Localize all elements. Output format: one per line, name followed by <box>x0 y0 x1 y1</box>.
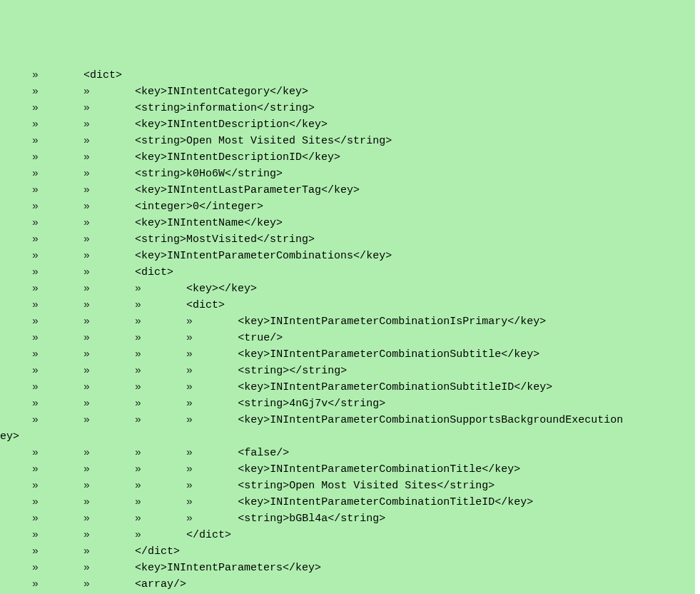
code-line: » » <key>INIntentDescription</key> <box>0 116 700 133</box>
code-line: » » » » <key>INIntentParameterCombinatio… <box>0 412 700 428</box>
code-line: » » » » <string></string> <box>0 363 700 379</box>
code-line: » » <key>INIntentLastParameterTag</key> <box>0 182 700 198</box>
code-line: » » <key>INIntentDescriptionID</key> <box>0 149 700 166</box>
code-line: » » <key>INIntentCategory</key> <box>0 84 700 100</box>
right-edge-strip <box>695 0 700 594</box>
code-line: » » <key>INIntentParameters</key> <box>0 560 700 576</box>
code-line: » » <array/> <box>0 576 700 593</box>
code-block: » <dict> » » <key>INIntentCategory</key>… <box>0 67 700 594</box>
code-line-wrap: ey> <box>0 428 700 445</box>
code-line: » » <integer>0</integer> <box>0 198 700 215</box>
code-line: » » » » <key>INIntentParameterCombinatio… <box>0 379 700 396</box>
code-line: » » » » <string>4nGj7v</string> <box>0 396 700 412</box>
code-line: » » » » <key>INIntentParameterCombinatio… <box>0 461 700 478</box>
code-line: » » » </dict> <box>0 527 700 543</box>
code-line: » » <key>INIntentName</key> <box>0 215 700 231</box>
code-line: » » <key>INIntentParameterCombinations</… <box>0 248 700 264</box>
code-line: » » » » <false/> <box>0 445 700 461</box>
code-line: » » <string>k0Ho6W</string> <box>0 166 700 182</box>
code-line: » » » » <key>INIntentParameterCombinatio… <box>0 346 700 363</box>
code-line: » » » » <true/> <box>0 330 700 346</box>
code-line: » » » » <string>Open Most Visited Sites<… <box>0 478 700 494</box>
code-line: » » <string>MostVisited</string> <box>0 231 700 248</box>
code-line: » <dict> <box>0 67 700 84</box>
code-line: » » » » <string>bGBl4a</string> <box>0 510 700 527</box>
code-line: » » <string>Open Most Visited Sites</str… <box>0 133 700 149</box>
code-line: » » » » <key>INIntentParameterCombinatio… <box>0 494 700 510</box>
code-line: » » <dict> <box>0 264 700 281</box>
code-line: » » » <key></key> <box>0 281 700 297</box>
code-line: » » </dict> <box>0 543 700 560</box>
code-line: » » <string>information</string> <box>0 100 700 116</box>
code-line: » » » » <key>INIntentParameterCombinatio… <box>0 313 700 330</box>
code-line: » » » <dict> <box>0 297 700 313</box>
